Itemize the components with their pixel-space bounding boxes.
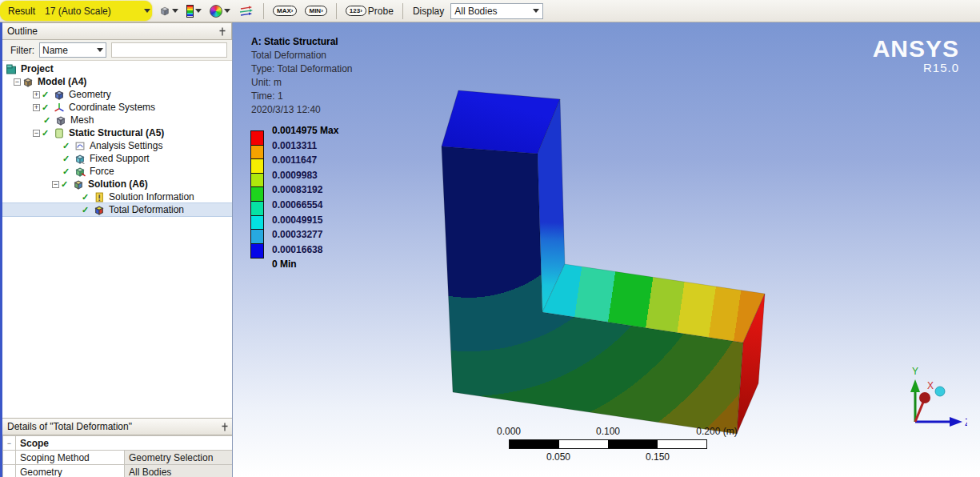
toolbar-separator: [336, 3, 337, 19]
legend-value-label: 0.00049915: [272, 214, 322, 226]
tree-item-solution-a6[interactable]: −✓Solution (A6): [2, 178, 232, 190]
tree-item-analysis-settings[interactable]: ✓Analysis Settings: [2, 139, 232, 152]
mesh-icon: [55, 115, 66, 126]
check-icon: ✓: [82, 205, 92, 215]
filter-type-value: Name: [42, 45, 68, 56]
show-min-button[interactable]: MIN›: [302, 2, 329, 21]
tree-item-mesh[interactable]: ✓Mesh: [2, 114, 232, 126]
tree-expander-minus[interactable]: −: [33, 130, 40, 137]
project-icon: [6, 64, 17, 74]
tree-item-force[interactable]: ✓Force: [2, 165, 232, 178]
tree-item-project[interactable]: Project: [2, 62, 232, 75]
details-title: Details of "Total Deformation": [7, 421, 132, 432]
display-label: Display: [410, 6, 447, 17]
left-panel: Outline Filter: Name Project−Model (A4)+…: [0, 22, 232, 477]
outline-panel-header: Outline: [2, 22, 232, 40]
details-property-value[interactable]: Geometry Selection: [125, 451, 234, 465]
tree-item-label: Coordinate Systems: [66, 102, 158, 113]
vector-display-button[interactable]: [236, 2, 257, 21]
ansys-logo-name: ANSYS: [873, 37, 959, 61]
outline-title: Outline: [7, 26, 38, 37]
pin-icon[interactable]: [221, 423, 229, 431]
probe-label: Probe: [368, 6, 394, 17]
tree-item-total-deformation[interactable]: ✓Total Deformation: [2, 203, 232, 216]
tree-item-geometry[interactable]: +✓Geometry: [2, 88, 232, 101]
details-property-value[interactable]: All Bodies: [125, 465, 234, 477]
orientation-triad[interactable]: Y Z X: [887, 362, 967, 434]
tree-expander-minus[interactable]: −: [14, 78, 21, 86]
toolbar-separator: [402, 3, 403, 19]
details-row-scoping-method: Scoping MethodGeometry Selection: [3, 451, 234, 465]
legend-bands-icon: [186, 5, 194, 18]
group-collapse-box[interactable]: −: [3, 436, 16, 451]
settings-icon: [74, 141, 86, 151]
result-annotation: A: Static Structural Total Deformation T…: [251, 35, 353, 117]
check-icon: ✓: [42, 128, 52, 138]
details-rows: −ScopeScoping MethodGeometry SelectionGe…: [3, 436, 234, 477]
tree-expander-plus[interactable]: +: [33, 91, 40, 98]
row-gutter: [3, 451, 16, 465]
tree-item-fixed-support[interactable]: ✓Fixed Support: [2, 152, 232, 165]
details-property-name: Geometry: [16, 465, 125, 477]
tree-expander-minus[interactable]: −: [52, 181, 59, 188]
triad-z-label: Z: [965, 417, 967, 428]
tree-item-model-a4[interactable]: −Model (A4): [2, 75, 232, 88]
geometry-display-button[interactable]: [157, 2, 181, 21]
details-table: −ScopeScoping MethodGeometry SelectionGe…: [2, 435, 234, 477]
pin-icon[interactable]: [218, 27, 226, 36]
vector-arrows-icon: [238, 5, 254, 18]
filter-type-dropdown[interactable]: Name: [39, 42, 106, 58]
legend-value-label: 0.0011647: [272, 154, 317, 166]
contour-display-button[interactable]: [207, 2, 233, 21]
chevron-down-icon: [224, 9, 230, 13]
filter-search-input[interactable]: [111, 42, 227, 58]
ansys-logo-version: R15.0: [873, 61, 959, 74]
tree-filter-bar: Filter: Name: [2, 40, 232, 61]
legend-value-label: 0.0014975 Max: [272, 125, 338, 136]
legend-value-label: 0.0009983: [272, 170, 318, 181]
chevron-down-icon: [533, 9, 539, 13]
rainbow-sphere-icon: [210, 5, 222, 18]
triad-x-label: X: [927, 380, 934, 391]
annotation-line: Type: Total Deformation: [251, 62, 353, 76]
tree-item-solution-information[interactable]: ✓Solution Information: [2, 190, 232, 203]
triad-iso-ball: [935, 387, 945, 396]
tree-item-label: Fixed Support: [87, 153, 152, 164]
row-gutter: [3, 465, 16, 477]
model-icon: [22, 77, 34, 87]
annotation-line: Total Deformation: [251, 49, 353, 62]
tree-item-label: Mesh: [68, 114, 96, 126]
tree-item-static-structural-a5[interactable]: −✓Static Structural (A5): [2, 126, 232, 139]
solinfo-icon: [94, 192, 105, 202]
display-bodies-dropdown[interactable]: All Bodies: [450, 3, 543, 19]
triad-y-label: Y: [912, 366, 918, 377]
legend-band-7: [251, 230, 263, 244]
check-icon: ✓: [42, 90, 52, 100]
filter-label: Filter:: [10, 45, 34, 56]
legend-band-3: [251, 174, 263, 188]
legend-band-2: [251, 159, 263, 174]
show-max-button[interactable]: MAX›: [270, 2, 299, 21]
ansys-logo: ANSYS R15.0: [873, 37, 959, 74]
check-icon: ✓: [82, 192, 92, 202]
contour-bands-button[interactable]: [184, 2, 204, 21]
check-icon: ✓: [62, 166, 73, 177]
details-panel: Details of "Total Deformation" −ScopeSco…: [2, 418, 234, 477]
csys-icon: [54, 102, 65, 113]
probe-button[interactable]: 123› Probe: [343, 2, 396, 21]
tree-item-label: Project: [18, 63, 56, 74]
legend-value-label: 0 Min: [272, 259, 297, 270]
result-scale-dropdown[interactable]: 17 (Auto Scale): [42, 3, 154, 19]
legend-value-label: 0.00033277: [272, 229, 322, 240]
check-icon: ✓: [62, 154, 73, 164]
graphics-viewport[interactable]: A: Static Structural Total Deformation T…: [232, 22, 980, 477]
tree-item-coordinate-systems[interactable]: +✓Coordinate Systems: [2, 101, 232, 114]
tree-expander-plus[interactable]: +: [33, 104, 40, 111]
display-bodies-value: All Bodies: [454, 6, 497, 17]
details-property-name: Scoping Method: [16, 451, 125, 465]
details-panel-header: Details of "Total Deformation": [2, 418, 234, 435]
toolbar-separator: [263, 3, 264, 19]
cube-icon: [159, 6, 170, 16]
details-row-geometry: GeometryAll Bodies: [3, 465, 234, 477]
force-icon: [74, 166, 86, 177]
